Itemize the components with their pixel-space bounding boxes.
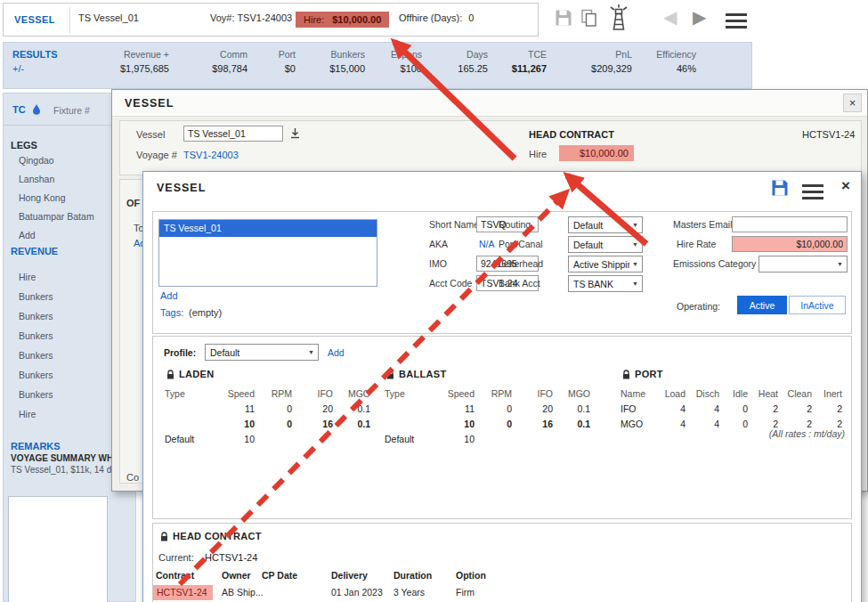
emissions-category-select[interactable]: ▼: [758, 256, 848, 273]
revenue-item[interactable]: Bunkers: [19, 350, 53, 361]
table-cell: 2: [750, 402, 781, 417]
active-button[interactable]: Active: [737, 296, 787, 314]
profile-label: Profile:: [164, 347, 196, 358]
remarks-box[interactable]: [8, 496, 108, 602]
results-title[interactable]: RESULTS: [12, 49, 89, 60]
save-icon[interactable]: [770, 178, 790, 199]
col-header: Name: [621, 386, 658, 402]
port-section-title: PORT: [622, 369, 663, 379]
metric-label: Expens: [374, 49, 422, 60]
voyage-number: Voy#: TSV1-24003: [210, 12, 292, 23]
results-bar: RESULTS +/- Revenue + $1,975,685 Comm $9…: [3, 42, 752, 89]
vessel-field-label: Vessel: [136, 129, 165, 140]
profile-value: Default: [210, 347, 239, 358]
table-cell: 0: [257, 417, 295, 432]
offhire-days: Offhire (Days): 0: [399, 12, 474, 23]
table-cell: Default: [385, 432, 436, 447]
table-cell: 0: [257, 402, 295, 417]
table-cell: [477, 432, 515, 447]
inactive-button[interactable]: InActive: [789, 296, 846, 314]
hire-rate-input[interactable]: [732, 236, 848, 252]
revenue-item[interactable]: Bunkers: [19, 389, 53, 400]
masters-email-input[interactable]: [732, 216, 848, 232]
col-header: Inert: [815, 386, 845, 402]
vessel-tab-label[interactable]: VESSEL: [14, 14, 55, 25]
menu-icon[interactable]: [802, 181, 823, 203]
col-header: RPM: [257, 386, 295, 402]
close-icon[interactable]: ×: [841, 177, 850, 195]
head-contract-id: HCTSV1-24: [802, 129, 855, 140]
metric-label: Comm: [178, 49, 247, 60]
copy-icon[interactable]: [580, 8, 598, 29]
vessel-list[interactable]: TS Vessel_01: [158, 219, 377, 287]
remarks-line: TS Vessel_01, $11k, 14 da: [11, 465, 117, 475]
back-icon[interactable]: ◀: [663, 8, 677, 26]
save-icon[interactable]: [554, 8, 573, 29]
vessel-input[interactable]: [183, 126, 283, 142]
contract-id-cell[interactable]: HCTSV1-24: [153, 585, 213, 600]
leg-item[interactable]: Batuampar Batam: [19, 211, 94, 222]
routing-select[interactable]: Default▼: [568, 216, 643, 233]
revenue-item[interactable]: Hire: [19, 272, 36, 282]
letterhead-select[interactable]: Active Shipping▼: [568, 256, 643, 273]
port-table[interactable]: Name Load Disch Idle Heat Clean Inert IF…: [621, 386, 845, 432]
col-header: Disch: [688, 386, 722, 402]
leg-item[interactable]: Hong Kong: [19, 192, 66, 203]
leg-item[interactable]: Lanshan: [19, 174, 54, 184]
aka-link[interactable]: N/A: [479, 239, 495, 249]
offhire-label: Offhire (Days):: [399, 12, 462, 23]
hire-value-field[interactable]: $10,000.00: [559, 145, 634, 161]
col-header: Option: [456, 570, 486, 581]
metric-bunkers: Bunkers $15,000: [304, 49, 374, 88]
menu-icon[interactable]: [726, 10, 747, 32]
masters-email-label: Masters Email: [673, 219, 733, 230]
bank-acct-label: Bank Acct: [499, 278, 540, 289]
add-vessel-link[interactable]: Add: [160, 290, 178, 301]
metric-value: $100: [374, 63, 422, 74]
ballast-table[interactable]: Type Speed RPM IFO MGO 11 0 20 0.1 10 0 …: [385, 386, 593, 447]
table-cell: [257, 432, 295, 447]
add-profile-link[interactable]: Add: [328, 347, 345, 358]
table-cell: 10: [216, 417, 257, 432]
voyage-number-link[interactable]: TSV1-24003: [183, 150, 239, 160]
revenue-item[interactable]: Hire: [19, 409, 36, 419]
table-cell: 11: [436, 402, 477, 417]
table-cell: 2: [815, 402, 845, 417]
imo-label: IMO: [429, 258, 447, 269]
table-cell: 2: [781, 402, 815, 417]
results-sign-toggle[interactable]: +/-: [12, 63, 89, 74]
leg-item[interactable]: Qingdao: [19, 155, 54, 166]
routing-label: Routing: [499, 219, 531, 230]
download-icon[interactable]: [289, 127, 301, 141]
dialog-header: VESSEL ×: [112, 90, 867, 117]
forward-icon[interactable]: ▶: [693, 8, 706, 26]
table-cell: [165, 417, 216, 432]
metric-revenue: Revenue + $1,975,685: [89, 49, 178, 88]
add-leg-link[interactable]: Add: [19, 230, 36, 240]
col-header: Type: [165, 386, 216, 402]
tags-value: (empty): [189, 307, 222, 318]
close-icon[interactable]: ×: [843, 94, 862, 112]
hire-value: $10,000.00: [332, 14, 381, 25]
offhire-value: 0: [468, 12, 474, 23]
hire-badge[interactable]: Hire: $10,000.00: [296, 12, 389, 28]
tab-tc[interactable]: TC: [12, 104, 26, 115]
revenue-item[interactable]: Bunkers: [19, 291, 53, 302]
laden-table[interactable]: Type Speed RPM IFO MGO 11 0 20 0.1 10 0 …: [165, 386, 373, 447]
head-contract-title-text: HEAD CONTRACT: [173, 531, 262, 541]
revenue-item[interactable]: Bunkers: [19, 311, 53, 321]
profile-select[interactable]: Default▼: [205, 344, 319, 361]
port-canal-value: Default: [573, 240, 603, 250]
emissions-category-label: Emissions Category: [673, 258, 756, 269]
lighthouse-icon[interactable]: [607, 3, 630, 35]
revenue-item[interactable]: Bunkers: [19, 330, 53, 341]
port-canal-select[interactable]: Default▼: [568, 236, 643, 253]
vessel-list-selected[interactable]: TS Vessel_01: [159, 220, 377, 237]
chevron-down-icon: ▼: [632, 222, 638, 228]
bank-acct-select[interactable]: TS BANK▼: [568, 275, 643, 292]
revenue-item[interactable]: Bunkers: [19, 370, 53, 380]
short-name-label: Short Name: [429, 219, 479, 230]
tags-link[interactable]: Tags:: [160, 307, 183, 318]
head-contract-section: HEAD CONTRACT Current: HCTSV1-24 Contrac…: [152, 523, 852, 602]
table-cell: 16: [515, 417, 556, 432]
